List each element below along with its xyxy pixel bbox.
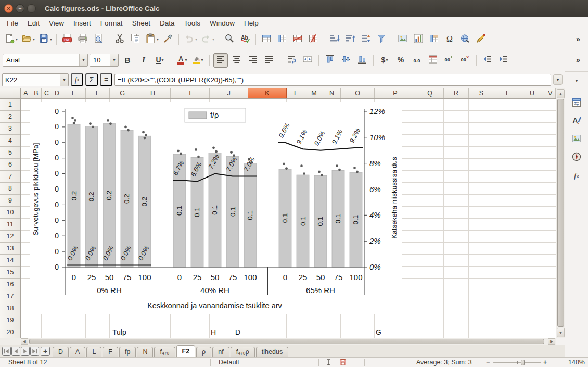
save[interactable]: ▾ bbox=[37, 32, 53, 47]
redo[interactable]: ▾ bbox=[199, 32, 215, 47]
print-preview[interactable] bbox=[91, 32, 106, 47]
redo-dropdown-icon[interactable]: ▾ bbox=[212, 37, 214, 42]
row-header-19[interactable]: 19 bbox=[0, 314, 20, 326]
row-header-20[interactable]: 20 bbox=[0, 326, 20, 338]
undo[interactable]: ▾ bbox=[182, 32, 198, 47]
add-decimal-place[interactable]: 00+ bbox=[442, 53, 456, 68]
row-header-16[interactable]: 16 bbox=[0, 279, 20, 290]
cell-reference-input[interactable] bbox=[3, 76, 60, 84]
pivot-table[interactable] bbox=[427, 32, 441, 47]
scroll-up-icon[interactable]: ▲ bbox=[557, 89, 565, 98]
cut[interactable] bbox=[112, 32, 127, 47]
font-color-dropdown-icon[interactable]: ▾ bbox=[185, 58, 187, 62]
menu-file[interactable]: File bbox=[2, 18, 23, 29]
zoom-slider-thumb[interactable] bbox=[521, 360, 525, 365]
align-right[interactable] bbox=[246, 53, 260, 68]
zoom-in-button[interactable]: + bbox=[543, 358, 547, 367]
row-header-1[interactable]: 1 bbox=[0, 99, 20, 111]
bold[interactable]: B bbox=[120, 53, 135, 68]
show-draw-functions[interactable] bbox=[474, 32, 488, 47]
sheet-tab-A[interactable]: A bbox=[70, 347, 85, 357]
underline-dropdown-icon[interactable]: ▾ bbox=[162, 58, 164, 62]
menu-help[interactable]: Help bbox=[239, 18, 263, 29]
formula-button[interactable]: = bbox=[100, 73, 112, 86]
sheet-tab-L[interactable]: L bbox=[86, 347, 101, 357]
maximize-button[interactable] bbox=[27, 4, 36, 13]
open-file-dropdown-icon[interactable]: ▾ bbox=[33, 37, 35, 42]
last-sheet-button[interactable] bbox=[30, 347, 39, 356]
sheet-tab-N[interactable]: N bbox=[137, 347, 153, 357]
font-size-combo[interactable]: 10 ▾ bbox=[90, 54, 119, 67]
title-bar[interactable]: × − Calc figures.ods - LibreOffice Calc bbox=[0, 0, 588, 17]
column-header-B[interactable]: B bbox=[31, 88, 42, 99]
embedded-chart[interactable]: 000000000000%2%4%6%8%10%12%0.20.20.20.20… bbox=[30, 102, 402, 314]
paste[interactable]: ▾ bbox=[144, 32, 160, 47]
italic[interactable]: I bbox=[136, 53, 151, 68]
insert-column[interactable] bbox=[275, 32, 289, 47]
sidebar-gallery-button[interactable] bbox=[569, 131, 584, 147]
row-header-3[interactable]: 3 bbox=[0, 123, 20, 135]
zoom-level[interactable]: 140% bbox=[562, 358, 585, 367]
find-and-replace[interactable] bbox=[222, 32, 237, 47]
font-name-combo[interactable]: Arial ▾ bbox=[3, 54, 88, 67]
sidebar-properties-button[interactable] bbox=[569, 95, 584, 111]
column-header-J[interactable]: J bbox=[210, 88, 248, 99]
row-header-15[interactable]: 15 bbox=[0, 267, 20, 279]
row-header-8[interactable]: 8 bbox=[0, 183, 20, 195]
horizontal-scroll-thumb[interactable] bbox=[29, 339, 544, 344]
name-box[interactable]: ▾ bbox=[2, 73, 69, 86]
sheet-tab-tihedus[interactable]: tihedus bbox=[256, 347, 288, 357]
column-header-N[interactable]: N bbox=[323, 88, 341, 99]
menu-view[interactable]: View bbox=[44, 18, 69, 29]
select-all-corner[interactable] bbox=[0, 88, 21, 99]
document-modified-icon[interactable] bbox=[339, 359, 347, 367]
row-header-9[interactable]: 9 bbox=[0, 195, 20, 207]
insert-row[interactable] bbox=[259, 32, 274, 47]
minimize-button[interactable]: − bbox=[16, 4, 24, 13]
column-header-I[interactable]: I bbox=[171, 88, 210, 99]
sum-button[interactable]: Σ bbox=[85, 73, 98, 86]
row-header-2[interactable]: 2 bbox=[0, 111, 20, 123]
underline[interactable]: U▾ bbox=[152, 53, 167, 68]
menu-insert[interactable]: Insert bbox=[69, 18, 96, 29]
row-header-12[interactable]: 12 bbox=[0, 231, 20, 243]
format-as-date[interactable] bbox=[426, 53, 440, 68]
increase-indent[interactable] bbox=[496, 53, 511, 68]
menu-format[interactable]: Format bbox=[96, 18, 127, 29]
font-color[interactable]: A▾ bbox=[175, 53, 189, 68]
format-as-currency-dropdown-icon[interactable]: ▾ bbox=[386, 58, 388, 62]
column-header-E[interactable]: E bbox=[62, 88, 86, 99]
new-document[interactable]: ▾ bbox=[3, 32, 19, 47]
autofilter[interactable] bbox=[374, 32, 389, 47]
save-dropdown-icon[interactable]: ▾ bbox=[50, 37, 52, 42]
sheet-tab-nf[interactable]: nf bbox=[212, 347, 229, 357]
row-header-7[interactable]: 7 bbox=[0, 171, 20, 183]
align-center[interactable] bbox=[229, 53, 244, 68]
row-header-13[interactable]: 13 bbox=[0, 243, 20, 255]
row-header-4[interactable]: 4 bbox=[0, 135, 20, 147]
sort-ascending[interactable] bbox=[327, 32, 342, 47]
align-top[interactable] bbox=[323, 53, 337, 68]
row-header-14[interactable]: 14 bbox=[0, 255, 20, 267]
insert-image[interactable] bbox=[395, 32, 410, 47]
sidebar-navigator-button[interactable] bbox=[569, 149, 584, 165]
column-header-M[interactable]: M bbox=[305, 88, 323, 99]
horizontal-scrollbar[interactable]: ◀ ▶ bbox=[21, 338, 556, 345]
export-pdf[interactable]: PDF bbox=[60, 32, 74, 47]
column-header-T[interactable]: T bbox=[494, 88, 519, 99]
sheet-tab-fp[interactable]: fp bbox=[119, 347, 136, 357]
wrap-text[interactable] bbox=[284, 53, 299, 68]
cell-grid[interactable]: TulpHDG 000000000000%2%4%6%8%10%12%0.20.… bbox=[21, 99, 556, 338]
column-header-C[interactable]: C bbox=[42, 88, 52, 99]
sidebar-styles-button[interactable]: A bbox=[569, 113, 584, 129]
row-header-6[interactable]: 6 bbox=[0, 159, 20, 171]
sort-descending[interactable] bbox=[343, 32, 357, 47]
background-color-dropdown-icon[interactable]: ▾ bbox=[201, 58, 203, 62]
sheet-tab-f₄₇₀[interactable]: f₄₇₀ bbox=[154, 347, 175, 357]
row-header-11[interactable]: 11 bbox=[0, 219, 20, 231]
column-header-U[interactable]: U bbox=[519, 88, 545, 99]
scroll-down-icon[interactable]: ▼ bbox=[557, 328, 565, 337]
merge-cells[interactable] bbox=[300, 53, 315, 68]
align-bottom[interactable] bbox=[355, 53, 369, 68]
formula-input[interactable] bbox=[114, 74, 551, 86]
